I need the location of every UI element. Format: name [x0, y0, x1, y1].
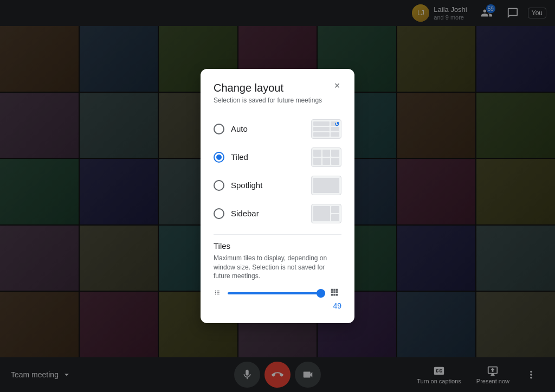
tiles-desc: Maximum tiles to display, depending on w…	[214, 254, 341, 281]
slider-value: 49	[214, 301, 341, 310]
slider-row	[214, 287, 341, 299]
layout-label-tiled: Tiled	[231, 152, 248, 162]
layout-icon-auto: ↺	[311, 119, 341, 139]
layout-icon-tiled	[311, 147, 341, 167]
grid-large-icon	[330, 287, 341, 299]
radio-tiled	[214, 152, 224, 163]
modal-overlay: Change layout Selection is saved for fut…	[0, 0, 555, 392]
layout-option-tiled-left: Tiled	[214, 152, 248, 163]
divider	[214, 234, 341, 235]
dialog-title: Change layout	[214, 82, 341, 94]
layout-option-auto[interactable]: Auto ↺	[214, 115, 341, 143]
layout-icon-sidebar	[311, 204, 341, 223]
layout-option-sidebar-left: Sidebar	[214, 208, 259, 219]
layout-label-auto: Auto	[231, 124, 248, 133]
layout-option-spotlight[interactable]: Spotlight	[214, 171, 341, 200]
layout-option-sidebar[interactable]: Sidebar	[214, 200, 341, 228]
grid-small-icon	[214, 288, 223, 298]
change-layout-dialog: Change layout Selection is saved for fut…	[201, 69, 354, 323]
slider-thumb[interactable]	[317, 289, 325, 298]
radio-auto	[214, 124, 224, 134]
layout-label-sidebar: Sidebar	[231, 209, 259, 218]
tiles-title: Tiles	[214, 241, 341, 250]
dialog-subtitle: Selection is saved for future meetings	[214, 97, 341, 104]
layout-label-spotlight: Spotlight	[231, 181, 262, 190]
radio-spotlight	[214, 180, 224, 191]
layout-icon-spotlight	[311, 176, 341, 195]
tiles-slider[interactable]	[228, 288, 325, 299]
layout-option-tiled[interactable]: Tiled	[214, 143, 341, 171]
radio-sidebar	[214, 208, 224, 219]
close-button[interactable]: ×	[328, 78, 346, 95]
layout-option-auto-left: Auto	[214, 124, 248, 134]
layout-option-spotlight-left: Spotlight	[214, 180, 262, 191]
slider-track	[228, 292, 325, 294]
